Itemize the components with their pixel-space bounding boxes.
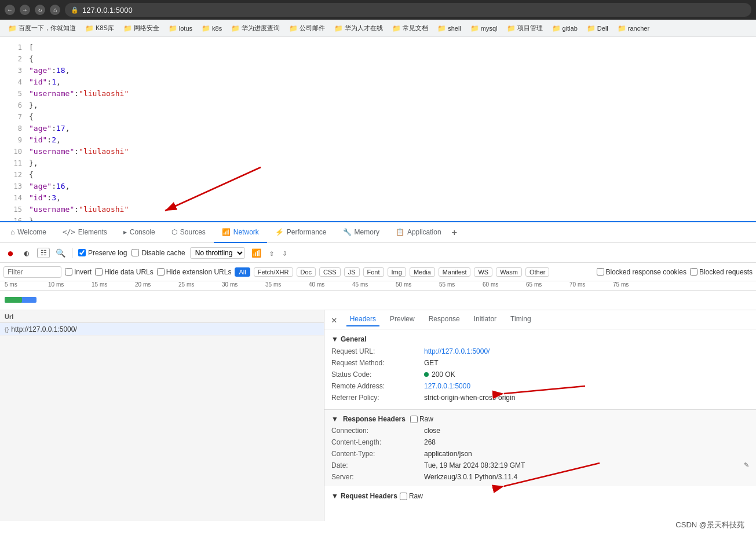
home-button[interactable]: ⌂ bbox=[50, 5, 60, 15]
detail-tab-response[interactable]: Response bbox=[425, 313, 463, 326]
json-line: 8 "age": 17, bbox=[0, 123, 756, 134]
status-code-row: Status Code: 200 OK bbox=[331, 369, 749, 380]
tab-performance[interactable]: ⚡ Performance bbox=[267, 222, 335, 243]
detail-tab-headers[interactable]: Headers bbox=[346, 313, 379, 326]
forward-button[interactable]: → bbox=[20, 5, 30, 15]
blocked-cookies-checkbox[interactable]: Blocked response cookies bbox=[597, 268, 686, 276]
bookmark-item[interactable]: 📁mysql bbox=[467, 23, 501, 34]
blocked-cookies-input[interactable] bbox=[597, 268, 604, 276]
timeline-tick: 25 ms bbox=[178, 281, 194, 288]
tab-welcome[interactable]: ⌂ Welcome bbox=[2, 222, 54, 243]
line-number: 16 bbox=[5, 216, 22, 222]
add-tab-button[interactable]: + bbox=[452, 227, 458, 238]
filter-doc-button[interactable]: Doc bbox=[297, 267, 316, 277]
bookmark-item[interactable]: 📁华为进度查询 bbox=[228, 23, 283, 34]
filter-toggle-button[interactable]: ☷ bbox=[37, 248, 50, 258]
blocked-requests-checkbox[interactable]: Blocked requests bbox=[690, 268, 753, 276]
request-raw-checkbox[interactable]: Raw bbox=[400, 492, 423, 500]
export-icon[interactable]: ⇩ bbox=[280, 248, 288, 258]
hide-data-urls-checkbox[interactable]: Hide data URLs bbox=[95, 268, 154, 276]
filter-bar: Invert Hide data URLs Hide extension URL… bbox=[0, 263, 756, 281]
bookmark-label: K8S库 bbox=[96, 24, 114, 32]
response-raw-input[interactable] bbox=[410, 416, 418, 423]
hide-extension-checkbox[interactable]: Hide extension URLs bbox=[157, 268, 232, 276]
invert-input[interactable] bbox=[65, 268, 72, 276]
hide-extension-input[interactable] bbox=[157, 268, 165, 276]
bookmark-item[interactable]: 📁shell bbox=[434, 23, 465, 34]
back-button[interactable]: ← bbox=[5, 5, 15, 15]
line-part: : bbox=[47, 134, 52, 145]
folder-icon: 📁 bbox=[289, 24, 298, 32]
blocked-requests-label: Blocked requests bbox=[699, 268, 753, 276]
json-line: 15 "username": "liulaoshi" bbox=[0, 204, 756, 215]
bookmark-item[interactable]: 📁公司邮件 bbox=[286, 23, 328, 34]
tab-sources[interactable]: ⬡ Sources bbox=[163, 222, 214, 243]
clear-button[interactable]: ◐ bbox=[21, 247, 32, 259]
tab-memory[interactable]: 🔧 Memory bbox=[335, 222, 388, 243]
filter-wasm-button[interactable]: Wasm bbox=[496, 267, 522, 277]
filter-input[interactable] bbox=[3, 266, 61, 278]
hide-data-urls-label: Hide data URLs bbox=[104, 268, 154, 276]
bookmark-item[interactable]: 📁lotus bbox=[165, 23, 196, 34]
bookmark-item[interactable]: 📁k8s bbox=[198, 23, 225, 34]
lock-icon: 🔒 bbox=[71, 6, 79, 14]
import-icon[interactable]: ⇧ bbox=[268, 248, 276, 258]
detail-tab-timing[interactable]: Timing bbox=[507, 313, 535, 326]
tab-application[interactable]: 📋 Application bbox=[388, 222, 450, 243]
throttle-select[interactable]: No throttling Slow 3G Fast 3G Offline bbox=[190, 247, 245, 259]
request-headers-label: Request Headers bbox=[341, 492, 397, 500]
filter-fetchxhr-button[interactable]: Fetch/XHR bbox=[254, 267, 293, 277]
bookmark-item[interactable]: 📁项目管理 bbox=[503, 23, 546, 34]
preserve-log-checkbox[interactable]: Preserve log bbox=[78, 249, 127, 257]
filter-all-button[interactable]: All bbox=[235, 267, 250, 277]
preserve-log-input[interactable] bbox=[78, 249, 86, 256]
wifi-icon[interactable]: 📶 bbox=[250, 248, 263, 258]
disable-cache-input[interactable] bbox=[132, 249, 139, 256]
hide-data-urls-input[interactable] bbox=[95, 268, 103, 276]
bookmark-item[interactable]: 📁常见文档 bbox=[389, 23, 432, 34]
tab-console[interactable]: ▸ Console bbox=[115, 222, 163, 243]
blocked-cookies-label: Blocked response cookies bbox=[606, 268, 686, 276]
refresh-button[interactable]: ↻ bbox=[35, 5, 45, 15]
address-bar[interactable]: 🔒 127.0.0.1:5000 bbox=[65, 3, 751, 17]
record-button[interactable]: ● bbox=[5, 247, 16, 259]
request-raw-input[interactable] bbox=[400, 493, 407, 500]
detail-close-button[interactable]: ✕ bbox=[329, 314, 339, 325]
filter-font-button[interactable]: Font bbox=[363, 267, 384, 277]
detail-tab-preview[interactable]: Preview bbox=[386, 313, 418, 326]
search-button[interactable]: 🔍 bbox=[54, 247, 66, 259]
line-part: "username" bbox=[29, 88, 74, 99]
folder-icon: 📁 bbox=[202, 24, 210, 32]
filter-manifest-button[interactable]: Manifest bbox=[439, 267, 471, 277]
filter-media-button[interactable]: Media bbox=[410, 267, 435, 277]
filter-img-button[interactable]: Img bbox=[388, 267, 406, 277]
bookmark-item[interactable]: 📁Dell bbox=[583, 23, 612, 34]
filter-ws-button[interactable]: WS bbox=[474, 267, 492, 277]
filter-other-button[interactable]: Other bbox=[525, 267, 550, 277]
response-headers-triangle: ▼ bbox=[331, 415, 338, 423]
timeline-tick: 50 ms bbox=[396, 281, 411, 288]
folder-icon: 📁 bbox=[437, 24, 446, 32]
filter-js-button[interactable]: JS bbox=[344, 267, 360, 277]
tab-elements[interactable]: </> Elements bbox=[54, 222, 115, 243]
content-length-value: 268 bbox=[424, 438, 749, 446]
bookmark-item[interactable]: 📁K8S库 bbox=[82, 23, 118, 34]
bookmark-item[interactable]: 📁gitlab bbox=[549, 23, 581, 34]
bookmark-label: 华为人才在线 bbox=[345, 24, 383, 32]
edit-date-icon[interactable]: ✎ bbox=[744, 461, 749, 469]
line-content: }, bbox=[29, 157, 38, 168]
detail-tab-initiator[interactable]: Initiator bbox=[470, 313, 500, 326]
invert-checkbox[interactable]: Invert bbox=[65, 268, 92, 276]
request-detail-panel: ✕ Headers Preview Response Initiator Tim… bbox=[324, 310, 756, 521]
blocked-requests-input[interactable] bbox=[690, 268, 697, 276]
network-row[interactable]: {} http://127.0.0.1:5000/ bbox=[0, 323, 324, 336]
bookmark-item[interactable]: 📁百度一下，你就知道 bbox=[5, 23, 79, 34]
bookmark-item[interactable]: 📁华为人才在线 bbox=[331, 23, 386, 34]
bookmark-item[interactable]: 📁网络安全 bbox=[120, 23, 163, 34]
filter-css-button[interactable]: CSS bbox=[319, 267, 341, 277]
response-raw-checkbox[interactable]: Raw bbox=[410, 415, 433, 423]
disable-cache-checkbox[interactable]: Disable cache bbox=[132, 249, 185, 257]
timeline-tick: 40 ms bbox=[309, 281, 324, 288]
bookmark-item[interactable]: 📁rancher bbox=[614, 23, 653, 34]
tab-network[interactable]: 📶 Network bbox=[214, 222, 267, 243]
